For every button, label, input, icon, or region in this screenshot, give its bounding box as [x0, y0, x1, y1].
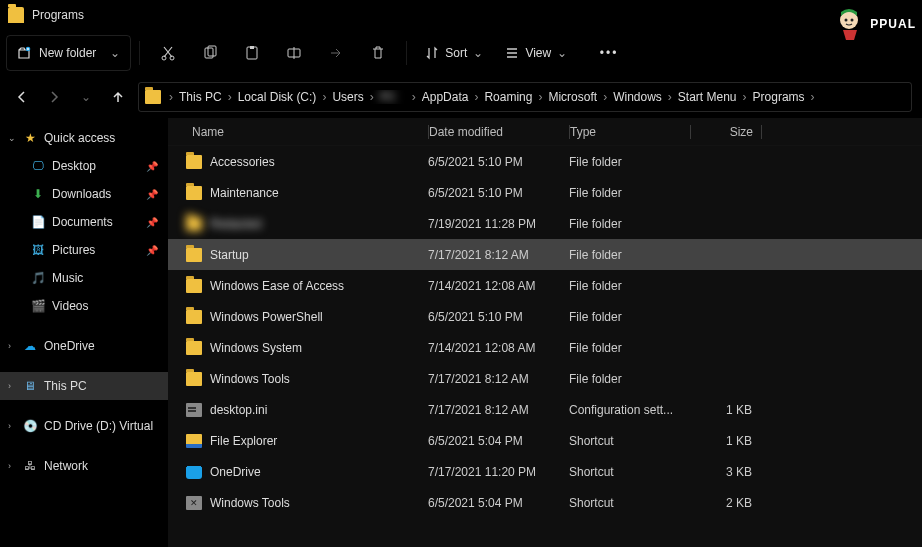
network-icon: 🖧 [22, 458, 38, 474]
sidebar-this-pc[interactable]: › 🖥 This PC [0, 372, 168, 400]
file-type: File folder [569, 310, 690, 324]
sidebar-item[interactable]: 🖼Pictures📌 [0, 236, 168, 264]
sidebar-cd-drive[interactable]: › 💿 CD Drive (D:) Virtual [0, 412, 168, 440]
file-row[interactable]: Windows Ease of Access 7/14/2021 12:08 A… [168, 270, 922, 301]
breadcrumb-segment[interactable]: Windows [609, 90, 666, 104]
chevron-down-icon: ⌄ [8, 133, 22, 143]
sidebar-label: Quick access [44, 131, 115, 145]
pc-icon: 🖥 [22, 378, 38, 394]
breadcrumb-segment[interactable]: PC [376, 90, 410, 104]
cloud-icon: ☁ [22, 338, 38, 354]
pin-icon: 📌 [146, 189, 158, 200]
sidebar-label: OneDrive [44, 339, 95, 353]
paste-button[interactable] [232, 35, 272, 71]
trash-icon [370, 45, 386, 61]
breadcrumb[interactable]: › This PC›Local Disk (C:)›Users›PC›AppDa… [138, 82, 912, 112]
toolbar: New folder ⌄ Sort ⌄ View ⌄ ••• [0, 30, 922, 76]
delete-button[interactable] [358, 35, 398, 71]
file-row[interactable]: Maintenance 6/5/2021 5:10 PM File folder [168, 177, 922, 208]
sidebar-onedrive[interactable]: › ☁ OneDrive [0, 332, 168, 360]
file-row[interactable]: Windows Tools 7/17/2021 8:12 AM File fol… [168, 363, 922, 394]
sidebar-item[interactable]: 🎵Music [0, 264, 168, 292]
folder-icon [186, 217, 202, 231]
share-button[interactable] [316, 35, 356, 71]
forward-button[interactable] [42, 85, 66, 109]
chevron-right-icon: › [320, 90, 328, 104]
chevron-down-icon: ⌄ [557, 46, 567, 60]
sidebar-item[interactable]: ⬇Downloads📌 [0, 180, 168, 208]
column-size[interactable]: Size [691, 125, 761, 139]
cut-icon [160, 45, 176, 61]
pin-icon: 📌 [146, 245, 158, 256]
sort-label: Sort [445, 46, 467, 60]
downloads-icon: ⬇ [30, 186, 46, 202]
breadcrumb-segment[interactable]: Microsoft [544, 90, 601, 104]
chevron-right-icon: › [410, 90, 418, 104]
file-date: 6/5/2021 5:10 PM [428, 310, 569, 324]
file-name: Maintenance [210, 186, 279, 200]
rename-icon [286, 45, 302, 61]
chevron-right-icon: › [601, 90, 609, 104]
file-name: OneDrive [210, 465, 261, 479]
breadcrumb-segment[interactable]: Local Disk (C:) [234, 90, 321, 104]
sidebar-item-label: Pictures [52, 243, 95, 257]
file-row[interactable]: Redacted 7/19/2021 11:28 PM File folder [168, 208, 922, 239]
rename-button[interactable] [274, 35, 314, 71]
share-icon [328, 45, 344, 61]
file-type: Shortcut [569, 465, 690, 479]
svg-point-10 [851, 19, 854, 22]
column-date[interactable]: Date modified [429, 125, 569, 139]
new-label: New folder [39, 46, 96, 60]
recent-button[interactable]: ⌄ [74, 85, 98, 109]
file-name: Windows PowerShell [210, 310, 323, 324]
pin-icon: 📌 [146, 217, 158, 228]
file-name: Windows Tools [210, 372, 290, 386]
new-icon [17, 46, 31, 60]
file-row[interactable]: desktop.ini 7/17/2021 8:12 AM Configurat… [168, 394, 922, 425]
view-button[interactable]: View ⌄ [495, 35, 577, 71]
sort-icon [425, 46, 439, 60]
file-row[interactable]: Windows Tools 6/5/2021 5:04 PM Shortcut … [168, 487, 922, 518]
breadcrumb-segment[interactable]: Programs [749, 90, 809, 104]
file-row[interactable]: Startup 7/17/2021 8:12 AM File folder [168, 239, 922, 270]
folder-icon [186, 248, 202, 262]
breadcrumb-segment[interactable]: Roaming [480, 90, 536, 104]
file-row[interactable]: OneDrive 7/17/2021 11:20 PM Shortcut 3 K… [168, 456, 922, 487]
column-type[interactable]: Type [570, 125, 690, 139]
file-type: File folder [569, 217, 690, 231]
file-date: 7/17/2021 11:20 PM [428, 465, 569, 479]
file-row[interactable]: File Explorer 6/5/2021 5:04 PM Shortcut … [168, 425, 922, 456]
file-row[interactable]: Windows System 7/14/2021 12:08 AM File f… [168, 332, 922, 363]
file-date: 7/14/2021 12:08 AM [428, 279, 569, 293]
file-row[interactable]: Accessories 6/5/2021 5:10 PM File folder [168, 146, 922, 177]
cut-button[interactable] [148, 35, 188, 71]
chevron-right-icon: › [809, 90, 817, 104]
file-type: File folder [569, 372, 690, 386]
new-button[interactable]: New folder ⌄ [6, 35, 131, 71]
sidebar-network[interactable]: › 🖧 Network [0, 452, 168, 480]
sidebar-item[interactable]: 🖵Desktop📌 [0, 152, 168, 180]
sidebar-item[interactable]: 🎬Videos [0, 292, 168, 320]
music-icon: 🎵 [30, 270, 46, 286]
file-date: 6/5/2021 5:10 PM [428, 186, 569, 200]
sidebar-quick-access[interactable]: ⌄ ★ Quick access [0, 124, 168, 152]
file-row[interactable]: Windows PowerShell 6/5/2021 5:10 PM File… [168, 301, 922, 332]
breadcrumb-segment[interactable]: Start Menu [674, 90, 741, 104]
breadcrumb-segment[interactable]: AppData [418, 90, 473, 104]
nav-bar: ⌄ › This PC›Local Disk (C:)›Users›PC›App… [0, 76, 922, 118]
folder-icon [186, 341, 202, 355]
file-date: 7/17/2021 8:12 AM [428, 372, 569, 386]
sidebar-item[interactable]: 📄Documents📌 [0, 208, 168, 236]
column-headers: Name Date modified Type Size [168, 118, 922, 146]
paste-icon [244, 45, 260, 61]
ellipsis-icon: ••• [600, 46, 619, 60]
breadcrumb-segment[interactable]: Users [328, 90, 367, 104]
sort-button[interactable]: Sort ⌄ [415, 35, 493, 71]
column-name[interactable]: Name [168, 125, 428, 139]
more-button[interactable]: ••• [589, 35, 629, 71]
copy-button[interactable] [190, 35, 230, 71]
back-button[interactable] [10, 85, 34, 109]
breadcrumb-segment[interactable]: This PC [175, 90, 226, 104]
file-date: 7/14/2021 12:08 AM [428, 341, 569, 355]
up-button[interactable] [106, 85, 130, 109]
